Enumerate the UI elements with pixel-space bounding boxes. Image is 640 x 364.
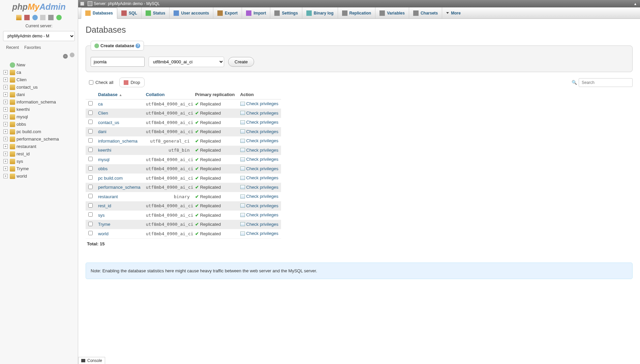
tree-new[interactable]: New: [3, 61, 74, 69]
check-privileges-link[interactable]: Check privileges: [240, 212, 278, 217]
nav-settings-icon[interactable]: [48, 15, 54, 20]
tree-item[interactable]: +obbs: [3, 121, 74, 128]
col-collation[interactable]: Collation: [143, 90, 192, 99]
check-privileges-link[interactable]: Check privileges: [240, 138, 278, 143]
logo[interactable]: phpMyAdmin: [0, 0, 78, 13]
tree-item[interactable]: +performance_schema: [3, 135, 74, 143]
database-link[interactable]: Clien: [98, 111, 108, 116]
expand-icon[interactable]: +: [3, 152, 8, 156]
menu-variables[interactable]: Variables: [375, 7, 409, 19]
check-privileges-link[interactable]: Check privileges: [240, 129, 278, 134]
row-checkbox[interactable]: [88, 138, 93, 143]
row-checkbox[interactable]: [88, 222, 93, 226]
expand-icon[interactable]: +: [3, 85, 8, 89]
database-link[interactable]: sys: [98, 213, 105, 218]
row-checkbox[interactable]: [88, 157, 93, 161]
tree-item[interactable]: +world: [3, 173, 74, 180]
database-link[interactable]: ca: [98, 101, 103, 107]
check-all-checkbox[interactable]: [89, 80, 93, 85]
expand-icon[interactable]: +: [3, 137, 8, 141]
menu-user-accounts[interactable]: User accounts: [170, 7, 213, 19]
check-privileges-link[interactable]: Check privileges: [240, 175, 278, 180]
link-icon[interactable]: [70, 53, 74, 57]
tree-item[interactable]: +dani: [3, 91, 74, 98]
tree-item[interactable]: +Tryme: [3, 165, 74, 173]
breadcrumb-server[interactable]: Server: phpMyAdmin demo - MySQL: [94, 1, 160, 6]
tree-item[interactable]: +keerthi: [3, 106, 74, 113]
expand-icon[interactable]: +: [3, 107, 8, 112]
database-link[interactable]: obbs: [98, 166, 108, 171]
recent-tab[interactable]: Recent: [3, 44, 22, 51]
console-tab[interactable]: Console: [78, 357, 105, 364]
database-link[interactable]: performance_schema: [98, 185, 141, 190]
expand-icon[interactable]: +: [3, 144, 8, 149]
logout-icon[interactable]: [24, 15, 30, 20]
check-privileges-link[interactable]: Check privileges: [240, 185, 278, 190]
row-checkbox[interactable]: [88, 120, 93, 124]
menu-charsets[interactable]: Charsets: [409, 7, 442, 19]
create-button[interactable]: Create: [228, 57, 254, 67]
expand-icon[interactable]: +: [3, 78, 8, 82]
tree-item[interactable]: +Clien: [3, 76, 74, 84]
expand-icon[interactable]: +: [3, 115, 8, 119]
home-icon[interactable]: [16, 15, 22, 20]
menu-more[interactable]: More: [442, 7, 465, 19]
database-link[interactable]: keerthi: [98, 148, 111, 153]
collation-select[interactable]: utf8mb4_0900_ai_ci: [149, 57, 224, 67]
expand-icon[interactable]: +: [3, 129, 8, 134]
collapse-sidebar-icon[interactable]: [80, 2, 84, 6]
favorites-tab[interactable]: Favorites: [22, 44, 43, 51]
check-privileges-link[interactable]: Check privileges: [240, 148, 278, 153]
expand-icon[interactable]: +: [3, 70, 8, 74]
database-name-input[interactable]: [91, 57, 145, 67]
tree-item[interactable]: +sys: [3, 158, 74, 165]
database-link[interactable]: rest_id: [98, 203, 111, 208]
menu-settings[interactable]: Settings: [270, 7, 302, 19]
tree-item[interactable]: +restaurant: [3, 143, 74, 150]
docs-icon[interactable]: [32, 15, 38, 20]
row-checkbox[interactable]: [88, 203, 93, 208]
row-checkbox[interactable]: [88, 212, 93, 217]
database-link[interactable]: dani: [98, 129, 106, 134]
row-checkbox[interactable]: [88, 129, 93, 133]
row-checkbox[interactable]: [88, 111, 93, 115]
collapse-tree-icon[interactable]: −: [63, 54, 68, 59]
server-select[interactable]: phpMyAdmin demo - M: [3, 31, 75, 41]
tree-item[interactable]: +information_schema: [3, 98, 74, 106]
check-all[interactable]: Check all: [86, 78, 117, 87]
database-link[interactable]: world: [98, 231, 109, 236]
menu-binary-log[interactable]: Binary log: [302, 7, 338, 19]
expand-icon[interactable]: +: [3, 100, 8, 104]
check-privileges-link[interactable]: Check privileges: [240, 222, 278, 227]
tree-item[interactable]: +pc build.com: [3, 128, 74, 135]
row-checkbox[interactable]: [88, 148, 93, 152]
row-checkbox[interactable]: [88, 175, 93, 180]
expand-icon[interactable]: +: [3, 159, 8, 163]
tree-item[interactable]: +rest_id: [3, 150, 74, 158]
check-privileges-link[interactable]: Check privileges: [240, 157, 278, 162]
check-privileges-link[interactable]: Check privileges: [240, 111, 278, 116]
drop-button[interactable]: Drop: [119, 78, 144, 87]
menu-sql[interactable]: SQL: [117, 7, 142, 19]
col-database[interactable]: Database▲: [95, 90, 143, 99]
check-privileges-link[interactable]: Check privileges: [240, 101, 278, 106]
hide-topbar-icon[interactable]: ▴: [633, 1, 638, 6]
database-link[interactable]: contact_us: [98, 120, 119, 125]
check-privileges-link[interactable]: Check privileges: [240, 120, 278, 125]
database-link[interactable]: pc build.com: [98, 176, 123, 181]
expand-icon[interactable]: +: [3, 92, 8, 97]
help-icon[interactable]: ?: [135, 43, 140, 48]
expand-icon[interactable]: +: [3, 122, 8, 126]
reload-icon[interactable]: [56, 15, 62, 20]
row-checkbox[interactable]: [88, 194, 93, 198]
database-link[interactable]: Tryme: [98, 222, 110, 227]
expand-icon[interactable]: +: [3, 166, 8, 171]
row-checkbox[interactable]: [88, 231, 93, 235]
row-checkbox[interactable]: [88, 101, 93, 105]
tree-item[interactable]: +mysql: [3, 113, 74, 121]
menu-replication[interactable]: Replication: [338, 7, 376, 19]
tree-item[interactable]: +ca: [3, 69, 74, 76]
database-link[interactable]: restaurant: [98, 194, 118, 199]
menu-databases[interactable]: Databases: [81, 7, 117, 19]
row-checkbox[interactable]: [88, 166, 93, 171]
